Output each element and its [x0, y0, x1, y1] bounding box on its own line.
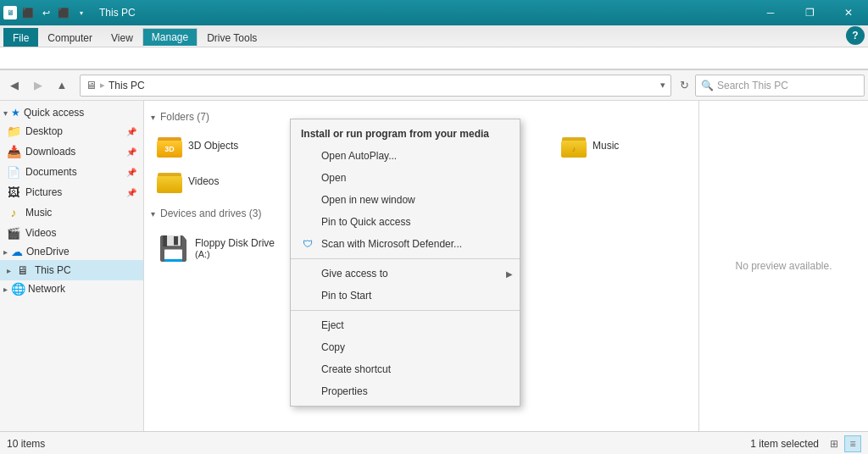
thispc-icon: 🖥	[16, 263, 30, 277]
open-label: Open	[321, 172, 346, 184]
minimize-button[interactable]: ─	[751, 0, 790, 25]
help-button[interactable]: ?	[846, 26, 865, 45]
context-menu-copy[interactable]: Copy	[291, 336, 520, 358]
refresh-button[interactable]: ↻	[675, 76, 693, 95]
context-menu-open[interactable]: Open	[291, 167, 520, 189]
address-bar[interactable]: 🖥 ▸ This PC ▾	[80, 75, 671, 97]
sidebar-item-downloads[interactable]: 📥 Downloads 📌	[0, 141, 143, 162]
folder-3dobjects[interactable]: 3D 3D Objects	[151, 130, 282, 162]
copy-label: Copy	[321, 341, 345, 353]
search-icon: 🔍	[701, 80, 714, 91]
context-menu-properties[interactable]: Properties	[291, 380, 520, 402]
documents-label: Documents	[25, 166, 121, 178]
openwindow-icon	[301, 193, 314, 207]
folder-videos-icon	[156, 169, 183, 193]
qat-dropdown-btn[interactable]: ▾	[74, 5, 89, 20]
sidebar-item-videos[interactable]: 🎬 Videos	[0, 223, 143, 243]
sidebar-item-desktop[interactable]: 📁 Desktop 📌	[0, 121, 143, 141]
videos-icon: 🎬	[7, 226, 20, 240]
title-bar-left: 🖥 ⬛ ↩ ⬛ ▾ This PC	[0, 5, 136, 20]
context-menu-pin[interactable]: Pin to Quick access	[291, 211, 520, 233]
folder-3dobjects-icon: 3D	[156, 134, 183, 158]
quickaccess-star-icon: ★	[11, 107, 20, 119]
devices-chevron-icon: ▾	[151, 209, 155, 219]
sidebar-item-documents[interactable]: 📄 Documents 📌	[0, 162, 143, 182]
tab-view[interactable]: View	[102, 28, 142, 47]
thispc-label: This PC	[35, 264, 136, 276]
desktop-pin-icon: 📌	[126, 127, 136, 136]
drive-floppy[interactable]: 💾 Floppy Disk Drive (A:)	[151, 226, 287, 270]
search-bar[interactable]: 🔍 Search This PC	[695, 75, 865, 97]
shortcut-icon	[301, 363, 314, 376]
window-controls: ─ ❐ ✕	[751, 0, 868, 25]
tab-manage[interactable]: Manage	[142, 28, 198, 47]
music-label: Music	[25, 207, 136, 219]
onedrive-chevron-icon: ▸	[3, 247, 8, 257]
tab-file[interactable]: File	[3, 28, 38, 47]
ribbon: File Computer View Manage Drive Tools ?	[0, 25, 868, 70]
floppy-name: Floppy Disk Drive	[195, 237, 280, 249]
sidebar-section-onedrive[interactable]: ▸ ☁ OneDrive	[0, 243, 143, 260]
pictures-pin-icon: 📌	[126, 188, 136, 197]
context-menu: Install or run program from your media O…	[290, 119, 520, 407]
folder-music-name: Music	[593, 140, 619, 152]
tab-drivetools[interactable]: Drive Tools	[198, 28, 266, 47]
documents-icon: 📄	[7, 165, 20, 179]
thispc-chevron-icon: ▸	[7, 266, 11, 275]
pinstart-icon	[301, 289, 314, 302]
floppy-letter: (A:)	[195, 249, 280, 259]
context-menu-defender[interactable]: 🛡 Scan with Microsoft Defender...	[291, 233, 520, 255]
ribbon-content	[0, 47, 868, 69]
context-menu-sep1	[291, 258, 520, 259]
desktop-folder-icon: 📁	[7, 125, 20, 138]
forward-button[interactable]: ▶	[27, 75, 49, 97]
status-selected: 1 item selected	[750, 438, 819, 450]
status-items: 10 items	[7, 438, 743, 450]
up-button[interactable]: ▲	[51, 75, 73, 97]
sidebar-item-thispc[interactable]: ▸ 🖥 This PC	[0, 260, 143, 280]
downloads-label: Downloads	[25, 146, 121, 158]
folder-music[interactable]: ♪ Music	[555, 130, 687, 162]
qat-settings-btn[interactable]: ⬛	[56, 5, 71, 20]
sidebar-item-music[interactable]: ♪ Music	[0, 202, 143, 223]
close-button[interactable]: ✕	[829, 0, 868, 25]
context-menu-giveaccess[interactable]: Give access to ▶	[291, 263, 520, 285]
nav-bar: ◀ ▶ ▲ 🖥 ▸ This PC ▾ ↻ 🔍 Search This PC	[0, 70, 868, 101]
pictures-label: Pictures	[25, 186, 121, 198]
tab-computer[interactable]: Computer	[38, 28, 102, 47]
autoplay-icon	[301, 149, 314, 163]
floppy-icon: 💾	[158, 233, 188, 263]
copy-icon	[301, 340, 314, 354]
videos-label: Videos	[25, 227, 136, 239]
pinstart-label: Pin to Start	[321, 290, 371, 302]
openwindow-label: Open in new window	[321, 194, 415, 206]
context-menu-eject[interactable]: Eject	[291, 314, 520, 336]
autoplay-label: Open AutoPlay...	[321, 150, 397, 162]
context-menu-autoplay[interactable]: Open AutoPlay...	[291, 145, 520, 167]
context-menu-shortcut[interactable]: Create shortcut	[291, 358, 520, 380]
folder-videos-name: Videos	[188, 175, 219, 187]
shortcut-label: Create shortcut	[321, 363, 391, 375]
back-button[interactable]: ◀	[3, 75, 25, 97]
no-preview-text: No preview available.	[735, 260, 832, 272]
giveaccess-icon	[301, 267, 314, 280]
sidebar-item-pictures[interactable]: 🖼 Pictures 📌	[0, 182, 143, 202]
eject-icon	[301, 318, 314, 332]
qat-undo-btn[interactable]: ↩	[38, 5, 53, 20]
context-menu-pinstart[interactable]: Pin to Start	[291, 285, 520, 307]
properties-label: Properties	[321, 385, 368, 397]
search-input[interactable]: Search This PC	[717, 80, 859, 91]
large-icons-view-button[interactable]: ⊞	[826, 435, 843, 452]
folder-videos[interactable]: Videos	[151, 165, 282, 197]
sidebar-section-quickaccess[interactable]: ▾ ★ Quick access	[0, 104, 143, 121]
address-dropdown-icon[interactable]: ▾	[660, 80, 665, 91]
title-bar: 🖥 ⬛ ↩ ⬛ ▾ This PC ─ ❐ ✕	[0, 0, 868, 25]
window-title: This PC	[99, 7, 136, 19]
maximize-button[interactable]: ❐	[790, 0, 829, 25]
folder-3dobjects-name: 3D Objects	[188, 140, 238, 152]
details-view-button[interactable]: ≡	[844, 435, 861, 452]
sidebar-section-network[interactable]: ▸ 🌐 Network	[0, 280, 143, 297]
qat-properties-btn[interactable]: ⬛	[20, 5, 36, 20]
status-bar: 10 items 1 item selected ⊞ ≡	[0, 431, 868, 454]
context-menu-openwindow[interactable]: Open in new window	[291, 189, 520, 211]
